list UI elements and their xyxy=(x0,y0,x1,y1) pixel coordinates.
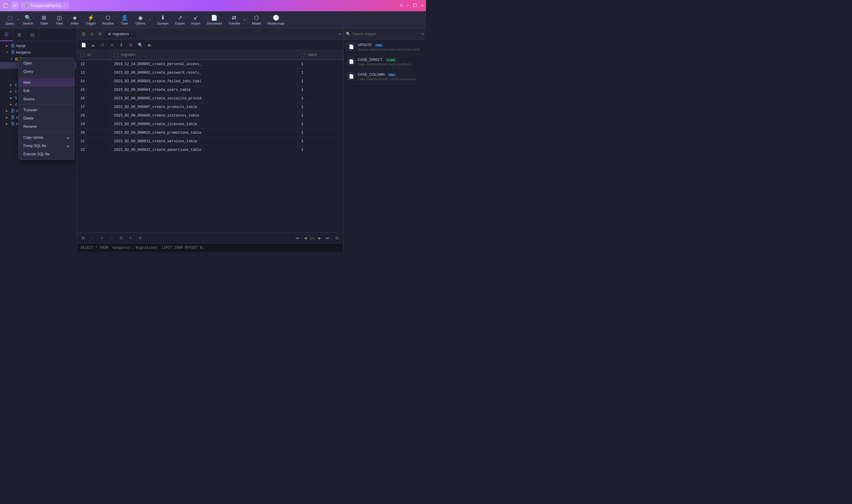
toolbar-document[interactable]: 📄 Document xyxy=(204,13,224,26)
ctx-copy-names[interactable]: Copy names ▶ xyxy=(19,133,74,142)
new-tab-button[interactable]: + xyxy=(11,1,19,10)
migrations-tab-close[interactable]: × xyxy=(131,33,132,36)
close-window-button[interactable]: × xyxy=(421,3,424,8)
next-page-button[interactable]: ▶ xyxy=(316,235,323,242)
table-row[interactable]: 18 2023_02_09_000008_create_instances_ta… xyxy=(77,111,343,120)
toolbar-table[interactable]: ⊞ Table xyxy=(37,13,52,26)
settings-button[interactable]: ⚙ xyxy=(127,41,135,49)
back-button[interactable]: ⊞ xyxy=(79,30,88,38)
toolbar-query[interactable]: ⬚ Query xyxy=(2,13,17,26)
add-row-button[interactable]: + xyxy=(98,234,106,242)
run-button[interactable]: ▶ xyxy=(146,41,154,49)
folder-icon-tables: ⊞ xyxy=(15,56,18,61)
ctx-query[interactable]: Query xyxy=(19,68,74,76)
menu-icon[interactable]: ≡ xyxy=(400,3,403,8)
index-icon: ◈ xyxy=(73,15,77,21)
table-row[interactable]: 22 2023_02_09_000012_create_advertises_t… xyxy=(77,145,343,154)
snippet-dropdown-button[interactable]: ▾ xyxy=(422,32,424,36)
discard-button[interactable]: × xyxy=(127,234,134,242)
add-record-button[interactable]: 📄 xyxy=(79,41,88,49)
table-row[interactable]: 12 2019_12_14_000001_create_personal_acc… xyxy=(77,60,343,69)
sidebar-tab-list[interactable]: ☰ xyxy=(0,29,13,41)
table-row[interactable]: 21 2023_02_09_000011_create_versions_tab… xyxy=(77,137,343,145)
tree-label-mysql: mysql xyxy=(16,44,25,48)
table-row[interactable]: 14 2023_02_09_000003_create_failed_jobs_… xyxy=(77,77,343,86)
migrations-tab[interactable]: ⊞ migrations × xyxy=(104,31,137,37)
cell-migration: 2023_02_09_000012_create_advertises_tabl… xyxy=(110,145,297,154)
record-view-button[interactable]: ⊟ xyxy=(88,30,96,38)
migration-checkbox[interactable] xyxy=(114,53,118,57)
toolbar-others[interactable]: ◉ Others xyxy=(132,13,148,26)
ctx-delete[interactable]: Delete xyxy=(19,114,74,123)
delete-row-button[interactable]: − xyxy=(108,234,115,242)
cell-id: 19 xyxy=(77,120,110,128)
table-row[interactable]: 16 2023_02_09_000005_create_socialite_pr… xyxy=(77,94,343,103)
ctx-execute-sql[interactable]: Execute SQL file xyxy=(19,150,74,158)
table-row[interactable]: 20 2023_02_09_000010_create_promotions_t… xyxy=(77,128,343,137)
header-checkbox[interactable] xyxy=(80,53,85,57)
ctx-source[interactable]: Source xyxy=(19,95,74,103)
cell-batch: 1 xyxy=(297,145,343,154)
transfer-arrow[interactable]: ▾ xyxy=(244,18,245,21)
cell-batch: 1 xyxy=(297,103,343,111)
toolbar-trigger[interactable]: ⚡ Trigger xyxy=(83,13,99,26)
table-header-row: id migration batch xyxy=(77,50,343,60)
toolbar-search[interactable]: 🔍 Search xyxy=(20,13,36,26)
ctx-rename[interactable]: Rename xyxy=(19,123,74,131)
tree-item-mysql[interactable]: ▶ 🗄 mysql xyxy=(0,42,77,49)
ctx-new[interactable]: New xyxy=(19,78,74,87)
toolbar-routine[interactable]: ⬡ Routine xyxy=(99,13,116,26)
active-tab[interactable]: 🐨 Kangaroo@MySQL × xyxy=(21,2,69,9)
table-container[interactable]: id migration batch xyxy=(77,50,343,233)
snippet-search-input[interactable] xyxy=(352,32,420,36)
toolbar-dumper[interactable]: ⬇ Dumper xyxy=(154,13,171,26)
snippet-item[interactable]: 📄 CASE_DIRECT FLOW Case statementt with … xyxy=(343,54,426,69)
toolbar-export[interactable]: ↗ Export xyxy=(172,13,187,26)
others-arrow[interactable]: ▾ xyxy=(149,18,150,21)
grid-view-button[interactable]: ⊞ xyxy=(96,30,104,38)
reload-button[interactable]: ↺ xyxy=(136,234,144,242)
first-page-button[interactable]: ⊞ xyxy=(79,234,87,242)
tree-item-kangaroo[interactable]: ▼ 🗄 kangaroo xyxy=(0,49,77,56)
find-button[interactable]: 🔍 xyxy=(136,41,144,49)
prev-page-button[interactable]: ◀ xyxy=(302,235,309,242)
export-btn[interactable]: ⬇ xyxy=(117,41,125,49)
last-page-button[interactable]: ⏭ xyxy=(324,235,331,242)
query-arrow[interactable]: ▾ xyxy=(18,18,19,21)
toolbar-user[interactable]: 👤 User xyxy=(117,13,132,26)
refresh-button[interactable]: ↺ xyxy=(98,41,107,49)
first-page-nav[interactable]: ⏮ xyxy=(294,235,301,242)
table-row[interactable]: 19 2023_02_09_000009_create_licenses_tab… xyxy=(77,120,343,128)
sql-expand-button[interactable]: ⬆ xyxy=(334,245,340,251)
toolbar-transfer[interactable]: ⇄ Transfer xyxy=(225,13,243,26)
maximize-button[interactable]: ⧠ xyxy=(413,3,417,8)
remove-row-button[interactable]: − xyxy=(89,234,96,242)
ctx-dump-sql[interactable]: Dump SQL file ▶ xyxy=(19,142,74,150)
snippet-item[interactable]: 📄 CASE_COLUMN DML Case statementt with c… xyxy=(343,69,426,84)
ctx-sep-2 xyxy=(19,104,74,105)
table-row[interactable]: 13 2023_02_09_000002_create_password_res… xyxy=(77,68,343,77)
minimize-button[interactable]: − xyxy=(406,3,409,8)
ctx-open[interactable]: Open xyxy=(19,59,74,68)
toolbar-model[interactable]: ⬡ Model xyxy=(249,13,264,26)
toolbar-index[interactable]: ◈ Index xyxy=(68,13,82,26)
sidebar-tab-grid[interactable]: ⊟ xyxy=(26,29,39,41)
table-row[interactable]: 15 2023_02_09_000004_create_users_table … xyxy=(77,86,343,94)
format-button[interactable]: ≡ xyxy=(108,41,116,49)
app-logo[interactable]: 🦘 xyxy=(2,2,9,9)
col-header-migration: migration xyxy=(110,50,297,60)
table-row[interactable]: 17 2023_02_09_000007_create_products_tab… xyxy=(77,103,343,111)
sidebar-tab-table[interactable]: ⊞ xyxy=(13,29,26,41)
toolbar-import[interactable]: ↙ Import xyxy=(188,13,203,26)
ctx-truncate[interactable]: Truncate xyxy=(19,106,74,114)
snippet-item[interactable]: 📄 UPDATE DML Update columns of a exist r… xyxy=(343,40,426,54)
filter-button[interactable]: ☁ xyxy=(89,41,97,49)
toolbar-history[interactable]: 🕐 History logs xyxy=(265,13,287,26)
toolbar-view[interactable]: ◫ View xyxy=(52,13,67,26)
save-button[interactable]: ⊟ xyxy=(117,234,125,242)
grid-layout-button[interactable]: ⊞ xyxy=(333,234,341,242)
tab-dropdown-button[interactable]: ▾ xyxy=(339,32,341,36)
tab-close-button[interactable]: × xyxy=(64,4,66,7)
ctx-edit[interactable]: Edit xyxy=(19,87,74,95)
batch-checkbox[interactable] xyxy=(301,53,305,57)
